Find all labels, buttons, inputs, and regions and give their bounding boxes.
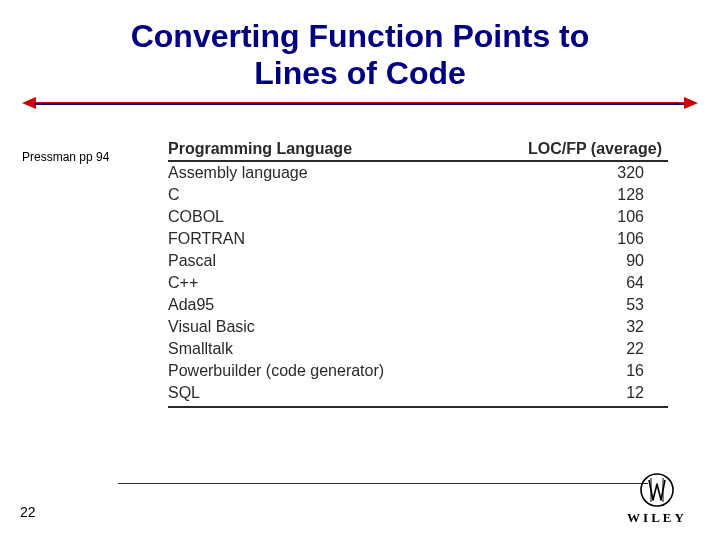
cell-locfp: 106 — [518, 230, 668, 248]
table-row: C++64 — [168, 272, 668, 294]
cell-language: Pascal — [168, 252, 518, 270]
cell-language: Assembly language — [168, 164, 518, 182]
table-row: Pascal90 — [168, 250, 668, 272]
publisher-logo: WILEY — [616, 472, 698, 526]
table-body: Assembly language320C128COBOL106FORTRAN1… — [168, 162, 668, 404]
table-row: Visual Basic32 — [168, 316, 668, 338]
title-line-2: Lines of Code — [254, 55, 466, 91]
header-language: Programming Language — [168, 140, 518, 158]
page-number: 22 — [20, 504, 36, 520]
table-row: COBOL106 — [168, 206, 668, 228]
table-row: C128 — [168, 184, 668, 206]
title-line-1: Converting Function Points to — [131, 18, 590, 54]
cell-locfp: 320 — [518, 164, 668, 182]
content-area: Pressman pp 94 Programming Language LOC/… — [0, 140, 720, 408]
cell-language: COBOL — [168, 208, 518, 226]
table-footer-line — [168, 406, 668, 408]
cell-locfp: 106 — [518, 208, 668, 226]
cell-locfp: 32 — [518, 318, 668, 336]
cell-language: FORTRAN — [168, 230, 518, 248]
cell-locfp: 53 — [518, 296, 668, 314]
cell-language: Visual Basic — [168, 318, 518, 336]
cell-locfp: 90 — [518, 252, 668, 270]
divider-line — [34, 102, 686, 105]
table-header: Programming Language LOC/FP (average) — [168, 140, 668, 162]
cell-language: Ada95 — [168, 296, 518, 314]
svg-point-0 — [641, 474, 673, 506]
citation-text: Pressman pp 94 — [22, 150, 109, 164]
table-row: SQL12 — [168, 382, 668, 404]
cell-locfp: 128 — [518, 186, 668, 204]
publisher-name: WILEY — [616, 510, 698, 526]
cell-locfp: 12 — [518, 384, 668, 402]
wiley-mark-icon — [639, 472, 675, 508]
cell-locfp: 16 — [518, 362, 668, 380]
cell-language: Powerbuilder (code generator) — [168, 362, 518, 380]
cell-language: SQL — [168, 384, 518, 402]
cell-language: C++ — [168, 274, 518, 292]
footer-rule — [118, 483, 648, 484]
cell-locfp: 64 — [518, 274, 668, 292]
header-locfp: LOC/FP (average) — [518, 140, 668, 158]
loc-fp-table: Programming Language LOC/FP (average) As… — [168, 140, 668, 408]
table-row: Smalltalk22 — [168, 338, 668, 360]
table-row: Assembly language320 — [168, 162, 668, 184]
slide-title: Converting Function Points to Lines of C… — [0, 0, 720, 96]
table-row: Powerbuilder (code generator)16 — [168, 360, 668, 382]
cell-locfp: 22 — [518, 340, 668, 358]
title-divider — [22, 98, 698, 110]
cell-language: C — [168, 186, 518, 204]
arrow-right-icon — [684, 97, 698, 109]
table-row: Ada9553 — [168, 294, 668, 316]
table-row: FORTRAN106 — [168, 228, 668, 250]
cell-language: Smalltalk — [168, 340, 518, 358]
